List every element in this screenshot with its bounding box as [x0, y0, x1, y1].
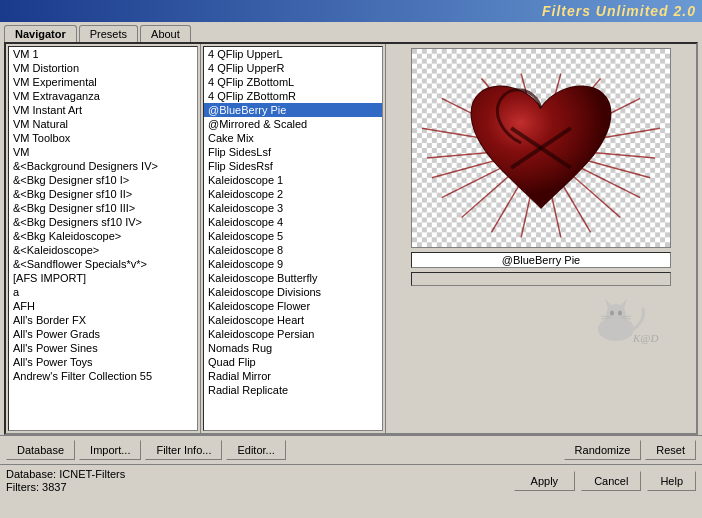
database-info: Database: ICNET-Filters — [6, 468, 125, 480]
progress-bar — [411, 272, 671, 286]
filters-value: 3837 — [42, 481, 66, 493]
list-item[interactable]: All's Power Toys — [9, 355, 197, 369]
filters-info: Filters: 3837 — [6, 481, 125, 493]
list-item[interactable]: AFH — [9, 299, 197, 313]
list-item[interactable]: VM 1 — [9, 47, 197, 61]
filter-list-item[interactable]: Quad Flip — [204, 355, 382, 369]
list-item[interactable]: &<Bkg Designer sf10 II> — [9, 187, 197, 201]
filter-list-item[interactable]: Cake Mix — [204, 131, 382, 145]
filter-list-item[interactable]: Kaleidoscope 2 — [204, 187, 382, 201]
filter-list-item[interactable]: 4 QFlip ZBottomL — [204, 75, 382, 89]
filter-list-item[interactable]: Kaleidoscope 5 — [204, 229, 382, 243]
title-bar: Filters Unlimited 2.0 — [0, 0, 702, 22]
filter-list-item[interactable]: Kaleidoscope Persian — [204, 327, 382, 341]
svg-marker-29 — [605, 299, 613, 308]
list-item[interactable]: &<Bkg Designers sf10 IV> — [9, 215, 197, 229]
database-button[interactable]: Database — [6, 440, 75, 460]
status-action-buttons: Apply Cancel Help — [514, 471, 696, 491]
status-bar: Database: ICNET-Filters Filters: 3837 Ap… — [0, 464, 702, 496]
list-item[interactable]: &<Background Designers IV> — [9, 159, 197, 173]
list-item[interactable]: VM — [9, 145, 197, 159]
list-item[interactable]: &<Bkg Designer sf10 III> — [9, 201, 197, 215]
import-button[interactable]: Import... — [79, 440, 141, 460]
list-item[interactable]: a — [9, 285, 197, 299]
filters-label: Filters: — [6, 481, 39, 493]
right-button-group: Randomize Reset — [564, 440, 696, 460]
app-title: Filters Unlimited 2.0 — [542, 3, 696, 19]
cancel-button[interactable]: Cancel — [581, 471, 641, 491]
list-item[interactable]: &<Kaleidoscope> — [9, 243, 197, 257]
list-item[interactable]: VM Extravaganza — [9, 89, 197, 103]
help-button[interactable]: Help — [647, 471, 696, 491]
filter-list-item[interactable]: Kaleidoscope Heart — [204, 313, 382, 327]
list-item[interactable]: All's Border FX — [9, 313, 197, 327]
filter-list-item[interactable]: 4 QFlip UpperL — [204, 47, 382, 61]
list-item[interactable]: VM Natural — [9, 117, 197, 131]
randomize-button[interactable]: Randomize — [564, 440, 642, 460]
list-item[interactable]: VM Experimental — [9, 75, 197, 89]
list-item[interactable]: VM Instant Art — [9, 103, 197, 117]
tab-about[interactable]: About — [140, 25, 191, 42]
tab-bar: Navigator Presets About — [0, 22, 702, 42]
filter-list-item[interactable]: Kaleidoscope 4 — [204, 215, 382, 229]
svg-text:K@D: K@D — [632, 332, 658, 344]
list-item[interactable]: VM Distortion — [9, 61, 197, 75]
database-value: ICNET-Filters — [59, 468, 125, 480]
filter-list[interactable]: 4 QFlip UpperL 4 QFlip UpperR 4 QFlip ZB… — [203, 46, 383, 431]
database-label: Database: — [6, 468, 56, 480]
watermark-area: K@D — [411, 290, 671, 350]
apply-button[interactable]: Apply — [514, 471, 576, 491]
filter-list-item[interactable]: Kaleidoscope 8 — [204, 243, 382, 257]
list-item[interactable]: &<Bkg Designer sf10 I> — [9, 173, 197, 187]
filter-list-item[interactable]: Kaleidoscope Divisions — [204, 285, 382, 299]
bottom-buttons-bar: Database Import... Filter Info... Editor… — [0, 435, 702, 464]
svg-marker-30 — [619, 299, 627, 308]
filter-list-item[interactable]: Radial Replicate — [204, 383, 382, 397]
filter-list-item[interactable]: Kaleidoscope Butterfly — [204, 271, 382, 285]
list-item[interactable]: [AFS IMPORT] — [9, 271, 197, 285]
filter-info-button[interactable]: Filter Info... — [145, 440, 222, 460]
category-list[interactable]: VM 1 VM Distortion VM Experimental VM Ex… — [8, 46, 198, 431]
filter-list-item[interactable]: 4 QFlip ZBottomR — [204, 89, 382, 103]
left-button-group: Database Import... Filter Info... Editor… — [6, 440, 286, 460]
tab-navigator[interactable]: Navigator — [4, 25, 77, 42]
preview-image — [412, 49, 670, 247]
content-area: VM 1 VM Distortion VM Experimental VM Ex… — [4, 42, 698, 435]
list-item[interactable]: All's Power Sines — [9, 341, 197, 355]
filter-list-item[interactable]: Flip SidesRsf — [204, 159, 382, 173]
list-item[interactable]: &<Bkg Kaleidoscope> — [9, 229, 197, 243]
filter-list-item[interactable]: 4 QFlip UpperR — [204, 61, 382, 75]
svg-point-31 — [610, 310, 614, 315]
filter-list-item[interactable]: Kaleidoscope 1 — [204, 173, 382, 187]
preview-area — [411, 48, 671, 248]
left-panel: VM 1 VM Distortion VM Experimental VM Ex… — [6, 44, 201, 433]
filter-list-item[interactable]: Kaleidoscope Flower — [204, 299, 382, 313]
filter-list-item[interactable]: Radial Mirror — [204, 369, 382, 383]
filter-list-item[interactable]: Kaleidoscope 3 — [204, 201, 382, 215]
list-item[interactable]: Andrew's Filter Collection 55 — [9, 369, 197, 383]
svg-point-32 — [618, 310, 622, 315]
list-item[interactable]: VM Toolbox — [9, 131, 197, 145]
reset-button[interactable]: Reset — [645, 440, 696, 460]
filter-list-item-selected[interactable]: @BlueBerry Pie — [204, 103, 382, 117]
list-item[interactable]: &<Sandflower Specials*v*> — [9, 257, 197, 271]
middle-panel: 4 QFlip UpperL 4 QFlip UpperR 4 QFlip ZB… — [201, 44, 386, 433]
preview-label: @BlueBerry Pie — [411, 252, 671, 268]
tab-presets[interactable]: Presets — [79, 25, 138, 42]
filter-list-item[interactable]: @Mirrored & Scaled — [204, 117, 382, 131]
right-panel: @BlueBerry Pie — [386, 44, 696, 433]
status-info: Database: ICNET-Filters Filters: 3837 — [6, 468, 125, 493]
filter-list-item[interactable]: Flip SidesLsf — [204, 145, 382, 159]
filter-list-item[interactable]: Nomads Rug — [204, 341, 382, 355]
list-item[interactable]: All's Power Grads — [9, 327, 197, 341]
editor-button[interactable]: Editor... — [226, 440, 285, 460]
filter-list-item[interactable]: Kaleidoscope 9 — [204, 257, 382, 271]
